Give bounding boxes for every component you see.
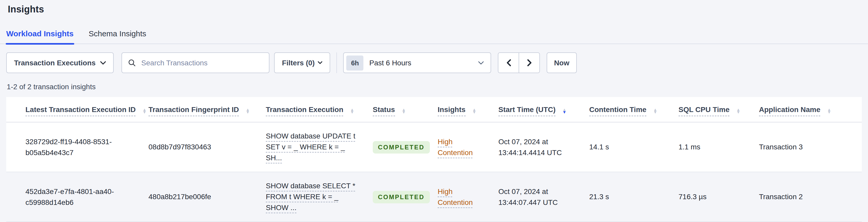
cell-contention-time: 14.1 s xyxy=(589,122,679,172)
cell-sql-cpu-time: 1.1 ms xyxy=(679,122,759,172)
search-icon xyxy=(128,59,135,66)
chevron-down-icon xyxy=(318,61,322,64)
chevron-left-icon xyxy=(506,59,511,66)
now-button-label: Now xyxy=(554,59,569,67)
status-badge: COMPLETED xyxy=(373,141,430,153)
tab-workload-insights[interactable]: Workload Insights xyxy=(6,29,74,43)
insights-page: Insights Workload Insights Schema Insigh… xyxy=(0,0,868,222)
cell-status: COMPLETED xyxy=(373,122,438,172)
cell-contention-time: 21.3 s xyxy=(589,172,679,222)
transaction-statement-link[interactable]: SHOW database UPDATE t SET v = _ WHERE k… xyxy=(266,132,355,162)
cell-transaction-execution: SHOW database UPDATE t SET v = _ WHERE k… xyxy=(266,122,373,172)
column-header-sql-cpu-time[interactable]: SQL CPU Time▲▼ xyxy=(679,97,759,122)
insight-link[interactable]: High Contention xyxy=(438,187,473,206)
page-title: Insights xyxy=(8,4,868,15)
table-row: 328729d2-ff19-4408-8531-b05a5b4e43c7 08d… xyxy=(6,122,862,172)
cell-fingerprint-id: 08d8b7d97f830463 xyxy=(149,122,266,172)
view-selector-label: Transaction Executions xyxy=(14,59,95,67)
filters-dropdown[interactable]: Filters (0) xyxy=(274,53,330,73)
transaction-insights-table-card: Latest Transaction Execution ID▲▼ Transa… xyxy=(6,97,862,222)
cell-transaction-execution: SHOW database SELECT * FROM t WHERE k = … xyxy=(266,172,373,222)
status-badge: COMPLETED xyxy=(373,191,430,203)
column-header-latest-transaction-execution-id[interactable]: Latest Transaction Execution ID▲▼ xyxy=(6,97,149,122)
cell-application-name: Transaction 3 xyxy=(759,122,862,172)
view-selector-dropdown[interactable]: Transaction Executions xyxy=(6,53,114,73)
transaction-statement-link[interactable]: SHOW database SELECT * FROM t WHERE k = … xyxy=(266,182,355,212)
column-header-contention-time[interactable]: Contention Time▲▼ xyxy=(589,97,679,122)
table-row: 452da3e7-e7fa-4801-aa40-c59988d14eb6 480… xyxy=(6,172,862,222)
tab-schema-insights[interactable]: Schema Insights xyxy=(88,29,147,43)
time-range-badge: 6h xyxy=(346,55,363,70)
sort-icon[interactable]: ▲▼ xyxy=(472,109,476,114)
insight-link[interactable]: High Contention xyxy=(438,137,473,156)
table-header-row: Latest Transaction Execution ID▲▼ Transa… xyxy=(6,97,862,122)
cell-status: COMPLETED xyxy=(373,172,438,222)
toolbar: Transaction Executions Filters (0) xyxy=(6,53,868,73)
cell-start-time: Oct 07, 2024 at 13:44:14.4414 UTC xyxy=(498,122,589,172)
sort-icon[interactable]: ▲▼ xyxy=(827,109,831,114)
time-range-pager xyxy=(498,53,540,73)
cell-insights: High Contention xyxy=(438,172,498,222)
cell-fingerprint-id: 480a8b217be006fe xyxy=(149,172,266,222)
filters-label: Filters (0) xyxy=(282,59,315,67)
sort-icon[interactable]: ▲▼ xyxy=(653,109,657,114)
cell-insights: High Contention xyxy=(438,122,498,172)
sort-icon[interactable]: ▲▼ xyxy=(402,109,406,114)
chevron-down-icon xyxy=(478,61,484,65)
search-input[interactable] xyxy=(140,58,263,67)
sort-icon[interactable]: ▲▼ xyxy=(246,109,250,114)
time-range-picker[interactable]: 6h Past 6 Hours xyxy=(343,53,491,73)
column-header-transaction-execution[interactable]: Transaction Execution▲▼ xyxy=(266,97,373,122)
sort-icon[interactable]: ▲▼ xyxy=(736,109,741,114)
transaction-insights-table: Latest Transaction Execution ID▲▼ Transa… xyxy=(6,97,862,222)
column-header-application-name[interactable]: Application Name▲▼ xyxy=(759,97,862,122)
next-time-range-button[interactable] xyxy=(519,53,539,73)
now-button[interactable]: Now xyxy=(547,53,577,73)
sort-icon[interactable]: ▲▼ xyxy=(143,109,147,114)
cell-latest-execution-id: 452da3e7-e7fa-4801-aa40-c59988d14eb6 xyxy=(6,172,149,222)
cell-start-time: Oct 07, 2024 at 13:44:07.447 UTC xyxy=(498,172,589,222)
cell-latest-execution-id: 328729d2-ff19-4408-8531-b05a5b4e43c7 xyxy=(6,122,149,172)
previous-time-range-button[interactable] xyxy=(498,53,519,73)
chevron-down-icon xyxy=(100,61,106,65)
sort-icon[interactable]: ▲▼ xyxy=(562,109,566,114)
cell-application-name: Transaction 2 xyxy=(759,172,862,222)
column-header-start-time[interactable]: Start Time (UTC)▲▼ xyxy=(498,97,589,122)
column-header-insights[interactable]: Insights▲▼ xyxy=(438,97,498,122)
search-box xyxy=(122,53,270,73)
cell-sql-cpu-time: 716.3 µs xyxy=(679,172,759,222)
time-range-label: Past 6 Hours xyxy=(369,59,411,67)
chevron-right-icon xyxy=(527,59,532,66)
sort-icon[interactable]: ▲▼ xyxy=(350,109,354,114)
column-header-transaction-fingerprint-id[interactable]: Transaction Fingerprint ID▲▼ xyxy=(149,97,266,122)
column-header-status[interactable]: Status▲▼ xyxy=(373,97,438,122)
results-summary: 1-2 of 2 transaction insights xyxy=(7,83,868,91)
toolbar-divider xyxy=(336,53,337,73)
insights-tabbar: Workload Insights Schema Insights xyxy=(0,29,868,44)
